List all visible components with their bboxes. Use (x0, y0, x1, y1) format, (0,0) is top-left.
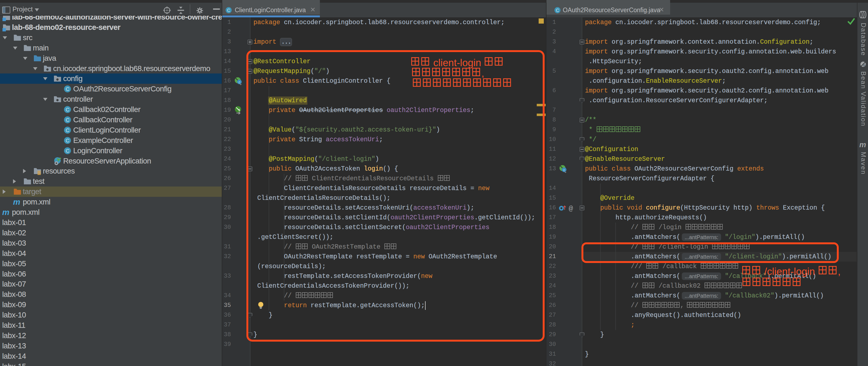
svg-text:C: C (66, 127, 69, 133)
svg-text:C: C (556, 8, 559, 13)
svg-text:c: c (563, 168, 565, 172)
svg-text:C: C (66, 138, 69, 144)
svg-text:C: C (227, 8, 230, 13)
svg-text:C: C (66, 117, 69, 123)
svg-text:C: C (66, 107, 69, 113)
svg-text:C: C (66, 86, 69, 92)
svg-text:C: C (66, 148, 69, 154)
svg-text:c: c (239, 80, 240, 84)
svg-text:@: @ (569, 205, 573, 212)
